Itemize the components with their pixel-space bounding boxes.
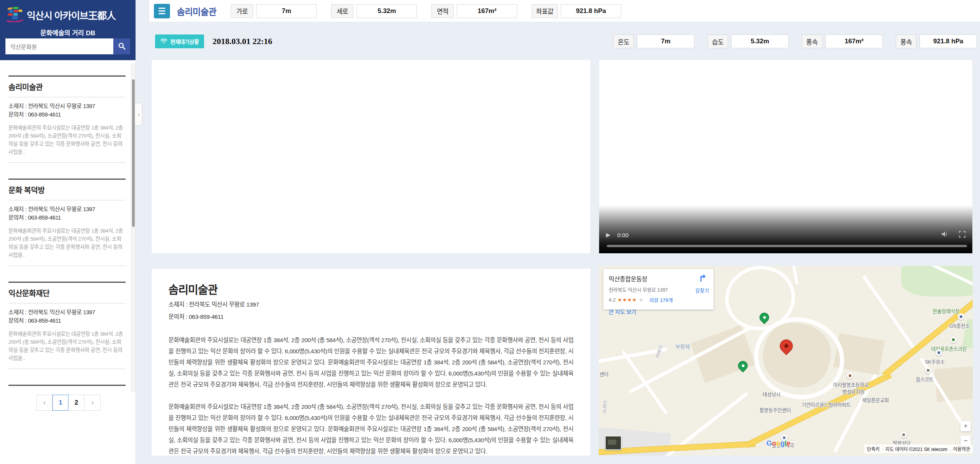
search-button[interactable]: [113, 38, 130, 54]
page-title: 솜리미술관: [177, 5, 216, 18]
directions-icon: [697, 277, 707, 284]
divider: [8, 303, 126, 303]
metric-value[interactable]: 5.32m: [356, 4, 417, 18]
map-label: 부평제: [675, 343, 690, 350]
place-title: 익산종합운동장: [609, 274, 708, 283]
directions-label: 길찾기: [695, 287, 709, 294]
keyboard-shortcuts-link[interactable]: 단축키: [864, 444, 882, 453]
metric-area: 면적 167m²: [431, 4, 517, 18]
divider: [8, 200, 126, 200]
sidebar-collapse-button[interactable]: ‹: [136, 103, 142, 126]
building-icon: [925, 367, 931, 374]
list-item[interactable]: 문화 복덕방 소재지 : 전라북도 익산시 무왕로 1397 문의처 : 063…: [8, 179, 126, 266]
scrollbar-thumb[interactable]: [132, 79, 135, 227]
metric-temperature: 온도 7m: [613, 34, 694, 48]
divider: [8, 369, 126, 369]
map-label: SK주유소: [925, 358, 945, 365]
map-building: [934, 366, 973, 402]
metric-label: 온도: [613, 34, 634, 48]
pagination-prev[interactable]: ‹: [36, 395, 52, 411]
metric-value[interactable]: 167m²: [457, 4, 517, 18]
list-item-location: 소재지 : 전라북도 익산시 무왕로 1397: [8, 205, 126, 213]
map-label: 힐스코트: [916, 375, 934, 383]
divider: [8, 266, 126, 266]
map-attribution: 단축키 지도 데이터 ©2021 SK telecom 이용약관: [864, 444, 973, 453]
sidebar: 익산시 아카이브王都人 문화예술의 거리 DB 솜리미술관 소재지 : 전라북도…: [0, 0, 136, 464]
gas-station-icon: [936, 349, 942, 356]
chevron-left-icon: ‹: [138, 111, 139, 117]
image-panel: [151, 59, 591, 254]
wifi-icon: [160, 38, 167, 45]
list-item-title: 문화 복덕방: [8, 184, 126, 195]
place-address: 전라북도 익산시 무왕로 1397: [609, 286, 708, 293]
metric-value[interactable]: 921.8 hPa: [561, 4, 621, 18]
fullscreen-icon[interactable]: [959, 231, 965, 239]
map-road-label: 선화로: [601, 400, 608, 413]
golf-icon: [950, 336, 957, 343]
reviews-link[interactable]: 리뷰 179개: [649, 296, 673, 303]
map-road: [621, 350, 668, 415]
article-location: 소재지 : 전라북도 익산시 무왕로 1397: [168, 300, 573, 309]
sidebar-scrollbar[interactable]: [131, 63, 136, 392]
article-body: 문화예술회관의 주요시설로는 대공연장 1층 384석, 2층 200석 (총 …: [168, 334, 573, 456]
metric-value[interactable]: 167m²: [825, 34, 883, 48]
pagination-page-1[interactable]: 1: [52, 395, 69, 411]
divider: [8, 162, 126, 163]
rating-row: 4.2 ★★★★★ 리뷰 179개: [609, 296, 708, 303]
volume-icon[interactable]: [941, 231, 949, 239]
status-row: 현재대기상황 2018.03.01 22:16 온도 7m 습도 5.32m 풍…: [155, 34, 977, 49]
search-bar: [5, 38, 130, 54]
rating-value: 4.2: [609, 297, 616, 303]
school-icon: [847, 372, 853, 379]
datetime: 2018.03.01 22:16: [212, 36, 272, 46]
list-item[interactable]: 솜리미술관 소재지 : 전라북도 익산시 무왕로 1397 문의처 : 063-…: [8, 75, 126, 163]
metric-value[interactable]: 7m: [637, 34, 694, 48]
metric-label: 가로: [231, 4, 253, 18]
pagination-next[interactable]: ›: [85, 395, 101, 411]
map-zoom-in-button[interactable]: +: [960, 421, 971, 431]
app-root: 익산시 아카이브王都人 문화예술의 거리 DB 솜리미술관 소재지 : 전라북도…: [0, 0, 980, 464]
play-button[interactable]: ▶: [606, 231, 611, 238]
list-item-description: 문화예술회관의 주요시설로는 대공연장 1층 384석, 2층 200석 (총 …: [8, 124, 126, 156]
map-label: 기안미르골드빌라아파트: [802, 401, 851, 408]
metric-label: 좌표값: [532, 4, 557, 18]
logo[interactable]: 익산시 아카이브王都人: [6, 6, 116, 24]
map-label: 병설유치원: [842, 388, 864, 395]
list-item[interactable]: 솜리미술관 소재지 : 전라북도 익산시 무왕로 1397 문의처 : 063-…: [8, 385, 126, 392]
street-view-thumbnail[interactable]: [605, 436, 622, 450]
map-canvas[interactable]: 부평제 무왕로 선화로 센터 이리팔봉초등학교 병설유치원 태성낚시 활봉동주민…: [599, 266, 973, 456]
air-status-badge[interactable]: 현재대기상황: [155, 34, 204, 48]
metric-height: 세로 5.32m: [331, 4, 417, 18]
list-item-description: 문화예술회관의 주요시설로는 대공연장 1층 384석, 2층 200석 (총 …: [8, 227, 126, 259]
video-time: 0:00: [617, 232, 629, 238]
list-item-title: 솜리미술관: [8, 390, 126, 392]
list-item-contact: 문의처 : 063-859-4611: [8, 213, 126, 222]
terms-link[interactable]: 이용약관: [951, 444, 973, 453]
video-progress-bar[interactable]: [607, 245, 967, 247]
map-label: 한솔장례식장: [933, 307, 959, 315]
search-input[interactable]: [5, 38, 113, 54]
view-larger-map-link[interactable]: 큰 지도 보기: [609, 308, 636, 315]
metric-wind-2: 풍속 921.8 hPa: [896, 34, 977, 48]
air-status-badge-label: 현재대기상황: [170, 38, 199, 45]
map-park-area: [901, 266, 973, 297]
metric-wind-1: 풍속 167m²: [802, 34, 883, 48]
detail-article: 솜리미술관 소재지 : 전라북도 익산시 무왕로 1397 문의처 : 063-…: [151, 268, 591, 456]
list-item[interactable]: 익산문화재단 소재지 : 전라북도 익산시 무왕로 1397 문의처 : 063…: [8, 282, 126, 369]
video-controls: ▶ 0:00: [599, 230, 972, 240]
article-contact: 문의처 : 063-859-4611: [168, 312, 573, 321]
metric-width: 가로 7m: [231, 4, 317, 18]
menu-button[interactable]: [154, 4, 170, 18]
list-item-title: 익산문화재단: [8, 287, 126, 298]
app-title: 익산시 아카이브王都人: [27, 8, 116, 22]
metric-value[interactable]: 7m: [256, 4, 317, 18]
hamburger-icon: [158, 8, 165, 9]
pagination-page-2[interactable]: 2: [69, 395, 85, 411]
video-player[interactable]: ▶ 0:00: [599, 59, 973, 254]
metric-label: 세로: [331, 4, 353, 18]
metric-value[interactable]: 5.32m: [731, 34, 789, 48]
directions-button[interactable]: 길찾기: [695, 274, 709, 294]
google-logo[interactable]: Google: [766, 439, 790, 448]
list-item-contact: 문의처 : 063-859-4611: [8, 316, 126, 325]
metric-value[interactable]: 921.8 hPa: [920, 34, 977, 48]
